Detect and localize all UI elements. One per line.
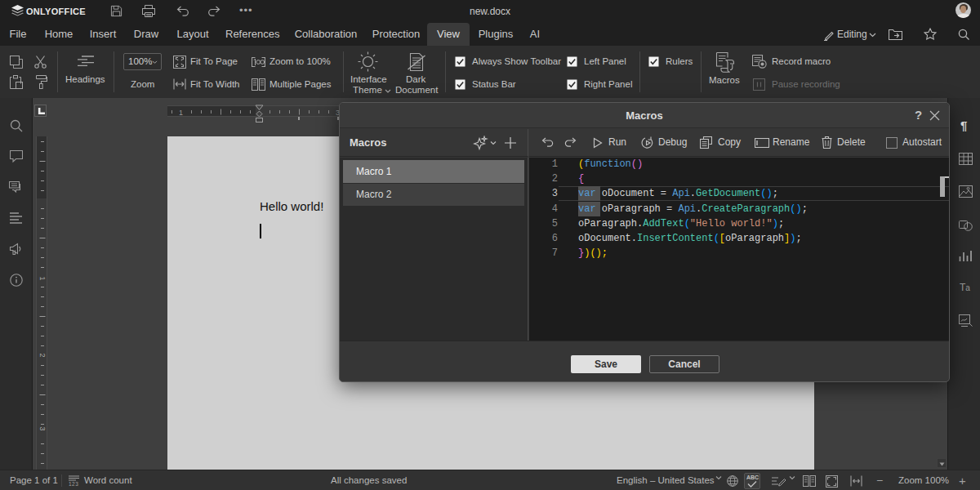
svg-text:3: 3 [38,426,47,430]
svg-text:1: 1 [38,276,47,280]
svg-text:1: 1 [179,109,183,117]
svg-text:2: 2 [38,353,47,357]
